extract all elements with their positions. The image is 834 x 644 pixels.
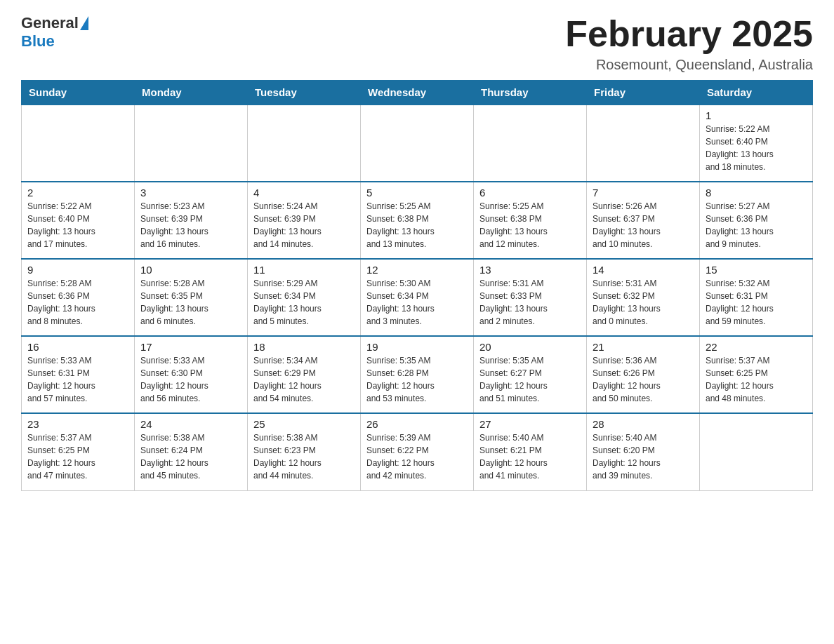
day-number: 28 — [593, 418, 694, 430]
day-number: 13 — [479, 264, 581, 276]
logo: General Blue — [21, 14, 88, 51]
calendar-cell: 7Sunrise: 5:26 AM Sunset: 6:37 PM Daylig… — [587, 182, 700, 259]
calendar-cell: 13Sunrise: 5:31 AM Sunset: 6:33 PM Dayli… — [474, 259, 587, 336]
calendar-cell: 11Sunrise: 5:29 AM Sunset: 6:34 PM Dayli… — [248, 259, 361, 336]
calendar-cell: 10Sunrise: 5:28 AM Sunset: 6:35 PM Dayli… — [135, 259, 248, 336]
day-info: Sunrise: 5:38 AM Sunset: 6:24 PM Dayligh… — [140, 431, 241, 482]
calendar-cell: 18Sunrise: 5:34 AM Sunset: 6:29 PM Dayli… — [248, 336, 361, 413]
calendar-cell: 25Sunrise: 5:38 AM Sunset: 6:23 PM Dayli… — [248, 413, 361, 490]
logo-triangle-icon — [80, 16, 88, 30]
day-number: 25 — [253, 418, 355, 430]
day-info: Sunrise: 5:33 AM Sunset: 6:31 PM Dayligh… — [27, 354, 128, 405]
day-number: 24 — [140, 418, 241, 430]
day-info: Sunrise: 5:25 AM Sunset: 6:38 PM Dayligh… — [366, 200, 468, 250]
calendar-cell: 22Sunrise: 5:37 AM Sunset: 6:25 PM Dayli… — [700, 336, 813, 413]
calendar-cell: 21Sunrise: 5:36 AM Sunset: 6:26 PM Dayli… — [587, 336, 700, 413]
day-number: 4 — [253, 187, 355, 199]
day-info: Sunrise: 5:28 AM Sunset: 6:35 PM Dayligh… — [140, 277, 241, 328]
day-number: 18 — [253, 341, 355, 353]
day-info: Sunrise: 5:25 AM Sunset: 6:38 PM Dayligh… — [479, 200, 581, 250]
calendar-week-row: 2Sunrise: 5:22 AM Sunset: 6:40 PM Daylig… — [22, 182, 813, 259]
calendar-week-row: 23Sunrise: 5:37 AM Sunset: 6:25 PM Dayli… — [22, 413, 813, 490]
day-number: 22 — [706, 341, 807, 353]
day-number: 9 — [27, 264, 128, 276]
logo-general-text: General — [21, 14, 79, 32]
day-number: 19 — [366, 341, 468, 353]
day-info: Sunrise: 5:40 AM Sunset: 6:21 PM Dayligh… — [479, 431, 581, 482]
calendar-table: SundayMondayTuesdayWednesdayThursdayFrid… — [21, 80, 813, 491]
calendar-cell: 14Sunrise: 5:31 AM Sunset: 6:32 PM Dayli… — [587, 259, 700, 336]
calendar-cell: 17Sunrise: 5:33 AM Sunset: 6:30 PM Dayli… — [135, 336, 248, 413]
calendar-cell: 15Sunrise: 5:32 AM Sunset: 6:31 PM Dayli… — [700, 259, 813, 336]
day-number: 8 — [706, 187, 807, 199]
calendar-cell — [22, 105, 135, 182]
calendar-cell: 1Sunrise: 5:22 AM Sunset: 6:40 PM Daylig… — [700, 105, 813, 182]
day-number: 12 — [366, 264, 468, 276]
day-number: 15 — [706, 264, 807, 276]
day-info: Sunrise: 5:35 AM Sunset: 6:28 PM Dayligh… — [366, 354, 468, 405]
weekday-header-thursday: Thursday — [474, 81, 587, 105]
day-number: 3 — [140, 187, 241, 199]
weekday-header-saturday: Saturday — [700, 81, 813, 105]
calendar-cell: 6Sunrise: 5:25 AM Sunset: 6:38 PM Daylig… — [474, 182, 587, 259]
day-info: Sunrise: 5:23 AM Sunset: 6:39 PM Dayligh… — [140, 200, 241, 250]
day-number: 7 — [593, 187, 694, 199]
calendar-cell — [361, 105, 474, 182]
day-info: Sunrise: 5:27 AM Sunset: 6:36 PM Dayligh… — [706, 200, 807, 250]
day-info: Sunrise: 5:40 AM Sunset: 6:20 PM Dayligh… — [593, 431, 694, 482]
day-info: Sunrise: 5:38 AM Sunset: 6:23 PM Dayligh… — [253, 431, 355, 482]
day-number: 17 — [140, 341, 241, 353]
day-info: Sunrise: 5:35 AM Sunset: 6:27 PM Dayligh… — [479, 354, 581, 405]
day-info: Sunrise: 5:36 AM Sunset: 6:26 PM Dayligh… — [593, 354, 694, 405]
day-info: Sunrise: 5:39 AM Sunset: 6:22 PM Dayligh… — [366, 431, 468, 482]
day-number: 1 — [706, 109, 807, 121]
calendar-cell: 3Sunrise: 5:23 AM Sunset: 6:39 PM Daylig… — [135, 182, 248, 259]
calendar-cell: 12Sunrise: 5:30 AM Sunset: 6:34 PM Dayli… — [361, 259, 474, 336]
page-header: General Blue February 2025 Rosemount, Qu… — [21, 14, 813, 73]
logo-blue-text: Blue — [21, 32, 55, 51]
day-number: 10 — [140, 264, 241, 276]
calendar-cell: 28Sunrise: 5:40 AM Sunset: 6:20 PM Dayli… — [587, 413, 700, 490]
weekday-header-sunday: Sunday — [22, 81, 135, 105]
title-section: February 2025 Rosemount, Queensland, Aus… — [565, 14, 813, 73]
day-number: 21 — [593, 341, 694, 353]
calendar-cell — [700, 413, 813, 490]
calendar-cell: 8Sunrise: 5:27 AM Sunset: 6:36 PM Daylig… — [700, 182, 813, 259]
calendar-cell: 5Sunrise: 5:25 AM Sunset: 6:38 PM Daylig… — [361, 182, 474, 259]
calendar-cell: 4Sunrise: 5:24 AM Sunset: 6:39 PM Daylig… — [248, 182, 361, 259]
day-info: Sunrise: 5:22 AM Sunset: 6:40 PM Dayligh… — [27, 200, 128, 250]
day-number: 6 — [479, 187, 581, 199]
day-info: Sunrise: 5:32 AM Sunset: 6:31 PM Dayligh… — [706, 277, 807, 328]
weekday-header-friday: Friday — [587, 81, 700, 105]
calendar-cell — [135, 105, 248, 182]
day-info: Sunrise: 5:30 AM Sunset: 6:34 PM Dayligh… — [366, 277, 468, 328]
weekday-header-wednesday: Wednesday — [361, 81, 474, 105]
calendar-cell — [474, 105, 587, 182]
day-number: 20 — [479, 341, 581, 353]
day-number: 27 — [479, 418, 581, 430]
calendar-week-row: 1Sunrise: 5:22 AM Sunset: 6:40 PM Daylig… — [22, 105, 813, 182]
day-number: 16 — [27, 341, 128, 353]
calendar-week-row: 9Sunrise: 5:28 AM Sunset: 6:36 PM Daylig… — [22, 259, 813, 336]
calendar-cell: 24Sunrise: 5:38 AM Sunset: 6:24 PM Dayli… — [135, 413, 248, 490]
day-number: 26 — [366, 418, 468, 430]
day-info: Sunrise: 5:29 AM Sunset: 6:34 PM Dayligh… — [253, 277, 355, 328]
calendar-cell: 16Sunrise: 5:33 AM Sunset: 6:31 PM Dayli… — [22, 336, 135, 413]
day-info: Sunrise: 5:26 AM Sunset: 6:37 PM Dayligh… — [593, 200, 694, 250]
calendar-header-row: SundayMondayTuesdayWednesdayThursdayFrid… — [22, 81, 813, 105]
day-info: Sunrise: 5:37 AM Sunset: 6:25 PM Dayligh… — [706, 354, 807, 405]
calendar-cell — [248, 105, 361, 182]
month-title: February 2025 — [565, 14, 813, 54]
day-info: Sunrise: 5:31 AM Sunset: 6:33 PM Dayligh… — [479, 277, 581, 328]
day-number: 23 — [27, 418, 128, 430]
calendar-cell — [587, 105, 700, 182]
weekday-header-tuesday: Tuesday — [248, 81, 361, 105]
day-info: Sunrise: 5:22 AM Sunset: 6:40 PM Dayligh… — [706, 123, 807, 173]
calendar-cell: 9Sunrise: 5:28 AM Sunset: 6:36 PM Daylig… — [22, 259, 135, 336]
calendar-cell: 2Sunrise: 5:22 AM Sunset: 6:40 PM Daylig… — [22, 182, 135, 259]
weekday-header-monday: Monday — [135, 81, 248, 105]
day-number: 11 — [253, 264, 355, 276]
day-info: Sunrise: 5:24 AM Sunset: 6:39 PM Dayligh… — [253, 200, 355, 250]
calendar-cell: 26Sunrise: 5:39 AM Sunset: 6:22 PM Dayli… — [361, 413, 474, 490]
day-number: 5 — [366, 187, 468, 199]
